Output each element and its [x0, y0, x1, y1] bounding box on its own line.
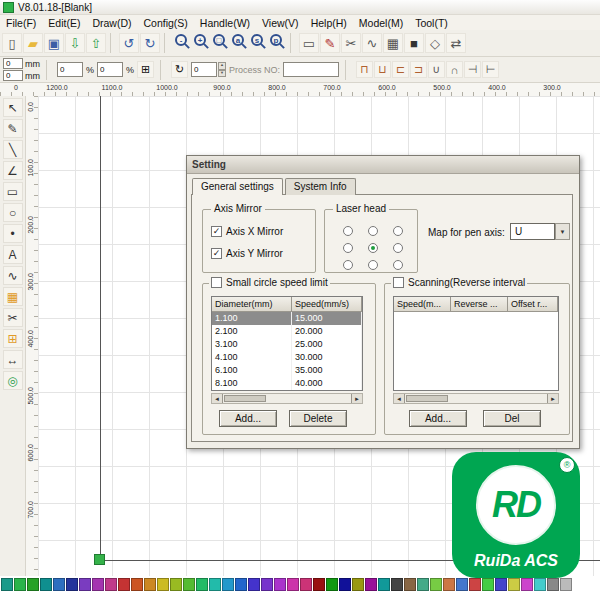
align-right-icon[interactable]: ⊢ [482, 61, 499, 78]
undo-icon[interactable]: ↺ [119, 33, 139, 53]
process-no-field[interactable] [283, 62, 339, 77]
menu-handle-w[interactable]: Handle(W) [194, 17, 256, 29]
color-swatch-39[interactable] [495, 578, 507, 591]
color-swatch-17[interactable] [209, 578, 221, 591]
scroll-thumb[interactable] [406, 395, 448, 402]
column-header[interactable]: Offset r... [508, 297, 558, 312]
import-icon[interactable]: ⇩ [65, 33, 85, 53]
menu-edit-e[interactable]: Edit(E) [42, 17, 86, 29]
ellipse-icon[interactable]: ○ [3, 203, 23, 222]
color-swatch-24[interactable] [300, 578, 312, 591]
laser-head-radio-5[interactable] [368, 243, 378, 253]
scale-y-field[interactable]: 0 [97, 62, 123, 77]
image-icon[interactable]: ▦ [3, 287, 23, 306]
line-icon[interactable]: ╲ [3, 140, 23, 159]
laser-head-radio-7[interactable] [343, 260, 353, 270]
zoom-page-icon[interactable]: p [270, 34, 282, 46]
color-swatch-26[interactable] [326, 578, 338, 591]
tab-general-settings[interactable]: General settings [192, 178, 283, 195]
bitmap-tool-icon[interactable]: ▦ [383, 33, 403, 53]
color-swatch-14[interactable] [170, 578, 182, 591]
color-swatch-6[interactable] [66, 578, 78, 591]
axis-x-mirror-checkbox[interactable]: Axis X Mirror [211, 226, 283, 237]
scroll-right-arrow[interactable]: ► [547, 394, 558, 403]
small-circle-speed-limit-checkbox[interactable]: Small circle speed limit [209, 277, 330, 288]
color-swatch-33[interactable] [417, 578, 429, 591]
color-swatch-7[interactable] [79, 578, 91, 591]
color-swatch-43[interactable] [547, 578, 559, 591]
color-swatch-20[interactable] [248, 578, 260, 591]
color-swatch-8[interactable] [92, 578, 104, 591]
color-swatch-11[interactable] [131, 578, 143, 591]
color-swatch-18[interactable] [222, 578, 234, 591]
menu-tool-t[interactable]: Tool(T) [409, 17, 454, 29]
speed-table-row[interactable]: 8.10040.000 [212, 377, 362, 390]
knife-icon[interactable]: ✂ [3, 308, 23, 327]
color-swatch-35[interactable] [443, 578, 455, 591]
path-close-icon[interactable]: ⊐ [410, 61, 427, 78]
color-swatch-29[interactable] [365, 578, 377, 591]
laser-head-radio-8[interactable] [368, 260, 378, 270]
add-button[interactable]: Add... [219, 410, 277, 427]
color-swatch-25[interactable] [313, 578, 325, 591]
zoom-all-icon[interactable]: a [232, 34, 244, 46]
color-swatch-36[interactable] [456, 578, 468, 591]
color-swatch-28[interactable] [352, 578, 364, 591]
scroll-left-arrow[interactable]: ◄ [394, 394, 405, 403]
rect-icon[interactable]: ▭ [3, 182, 23, 201]
del-button[interactable]: Del [483, 410, 541, 427]
laser-head-radio-3[interactable] [393, 226, 403, 236]
speed-table-row[interactable]: 4.10030.000 [212, 351, 362, 364]
table-h-scrollbar[interactable]: ◄ ► [393, 393, 559, 404]
pen-table-icon[interactable]: ⊞ [137, 61, 154, 78]
open-folder-icon[interactable]: ▰ [23, 33, 43, 53]
pen-edit-icon[interactable]: ✎ [320, 33, 340, 53]
scroll-right-arrow[interactable]: ► [351, 394, 362, 403]
zoom-select-icon[interactable]: s [251, 34, 263, 46]
color-swatch-16[interactable] [196, 578, 208, 591]
cut-tool-icon[interactable]: ✂ [341, 33, 361, 53]
column-header[interactable]: Diameter(mm) [212, 297, 292, 312]
text-icon[interactable]: A [3, 245, 23, 264]
rotate-spinner[interactable]: ▲▼ [218, 62, 226, 77]
menu-file-f[interactable]: File(F) [0, 17, 42, 29]
laser-head-radio-2[interactable] [368, 226, 378, 236]
delete-button[interactable]: Delete [289, 410, 347, 427]
add-button[interactable]: Add... [409, 410, 467, 427]
color-swatch-21[interactable] [261, 578, 273, 591]
fill-tool-icon[interactable]: ■ [404, 33, 424, 53]
color-swatch-38[interactable] [482, 578, 494, 591]
rotate-field[interactable]: 0 [191, 62, 217, 77]
measure-icon[interactable]: ↔ [3, 350, 23, 369]
column-header[interactable]: Speed(m... [394, 297, 451, 312]
path-open-icon[interactable]: ⊏ [392, 61, 409, 78]
union-icon[interactable]: ∪ [428, 61, 445, 78]
color-swatch-5[interactable] [53, 578, 65, 591]
zoom-in-icon[interactable]: + [194, 34, 206, 46]
column-header[interactable]: Reverse ... [451, 297, 508, 312]
axis-y-mirror-checkbox[interactable]: Axis Y Mirror [211, 248, 283, 259]
zoom-window-icon[interactable]: □ [213, 34, 225, 46]
color-swatch-19[interactable] [235, 578, 247, 591]
color-swatch-4[interactable] [40, 578, 52, 591]
save-icon[interactable]: ▣ [44, 33, 64, 53]
scanning-reverse-interval-checkbox[interactable]: Scanning(Reverse interval [391, 277, 527, 288]
page-origin-handle[interactable] [94, 554, 105, 565]
column-header[interactable]: Speed(mm/s) [292, 297, 362, 312]
new-file-icon[interactable]: ▯ [2, 33, 22, 53]
laser-position-icon[interactable]: ◎ [3, 371, 23, 390]
spline-icon[interactable]: ∿ [3, 266, 23, 285]
speed-table-row[interactable]: 3.10025.000 [212, 338, 362, 351]
color-swatch-2[interactable] [14, 578, 26, 591]
speed-table-row[interactable]: 2.10020.000 [212, 325, 362, 338]
color-swatch-27[interactable] [339, 578, 351, 591]
color-swatch-34[interactable] [430, 578, 442, 591]
zoom-out-icon[interactable]: - [175, 34, 187, 46]
color-swatch-30[interactable] [378, 578, 390, 591]
color-swatch-3[interactable] [27, 578, 39, 591]
color-swatch-1[interactable] [1, 578, 13, 591]
array-copy-icon[interactable]: ⊞ [3, 329, 23, 348]
menu-draw-d[interactable]: Draw(D) [86, 17, 137, 29]
color-swatch-41[interactable] [521, 578, 533, 591]
color-swatch-44[interactable] [560, 578, 572, 591]
